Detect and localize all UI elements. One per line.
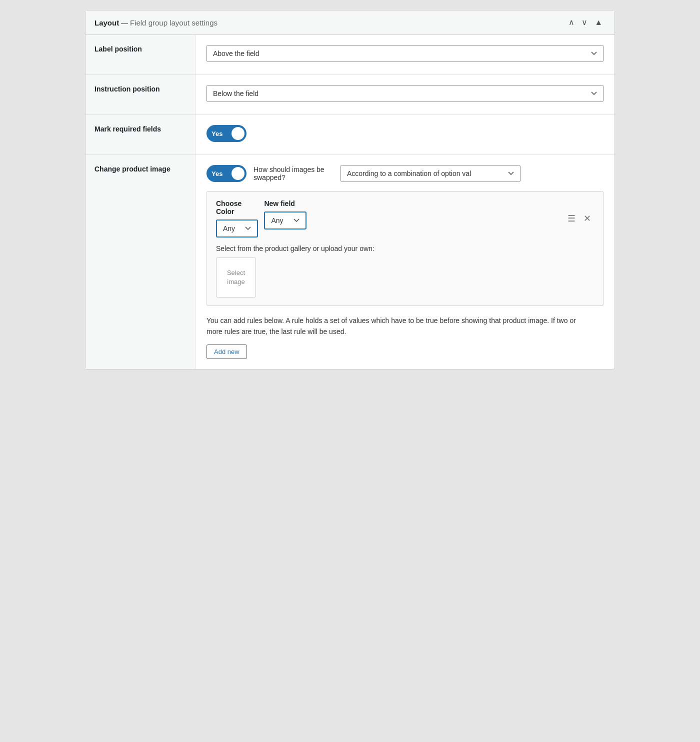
product-image-yes-label: Yes (212, 170, 222, 178)
rules-card: Choose Color Any New field Any (206, 191, 604, 306)
instruction-position-label: Instruction position (86, 75, 196, 114)
remove-rule-button[interactable]: ✕ (580, 212, 594, 225)
panel-title: Layout — Field group layout settings (94, 18, 218, 27)
header-controls: ∧ ∨ ▲ (566, 16, 606, 28)
swap-question-text: How should images be swapped? (254, 166, 334, 182)
mark-required-row: Mark required fields Yes (86, 115, 614, 155)
label-position-label: Label position (86, 35, 196, 74)
gallery-section: Select from the product gallery or uploa… (216, 244, 594, 298)
field-col-1-label: Choose Color (216, 200, 258, 216)
layout-panel: Layout — Field group layout settings ∧ ∨… (85, 10, 615, 370)
down-arrow-button[interactable]: ∨ (578, 16, 590, 28)
add-new-button[interactable]: Add new (206, 344, 247, 359)
swap-select[interactable]: According to a combination of option val… (340, 165, 520, 182)
toggle-slider: Yes (206, 125, 246, 142)
panel-title-bold: Layout (94, 18, 119, 27)
panel-title-separator: — (121, 19, 130, 27)
label-position-content: Above the field Below the field Left of … (196, 35, 614, 74)
swap-inline: Yes How should images be swapped? Accord… (206, 165, 604, 182)
panel-header: Layout — Field group layout settings ∧ ∨… (86, 10, 614, 35)
reorder-icon-button[interactable]: ☰ (564, 212, 578, 225)
product-image-toggle[interactable]: Yes (206, 165, 246, 182)
product-image-toggle-wrapper: Yes (206, 165, 246, 182)
field-col-1-select[interactable]: Any (216, 220, 258, 238)
field-col-2-select[interactable]: Any (264, 212, 306, 230)
mark-required-content: Yes (196, 115, 614, 154)
panel-title-light: Field group layout settings (130, 18, 218, 27)
rules-card-fields: Choose Color Any New field Any (216, 200, 306, 238)
mark-required-toggle-wrapper: Yes (206, 125, 246, 142)
field-col-2-label: New field (264, 200, 306, 208)
change-product-image-label: Change product image (86, 155, 196, 369)
info-text: You can add rules below. A rule holds a … (206, 315, 582, 338)
card-action-buttons: ☰ ✕ (564, 212, 594, 225)
collapse-button[interactable]: ▲ (592, 16, 606, 28)
up-arrow-button[interactable]: ∧ (566, 16, 578, 28)
label-position-row: Label position Above the field Below the… (86, 35, 614, 75)
select-image-box[interactable]: Select image (216, 258, 256, 298)
change-product-image-row: Change product image Yes How should imag… (86, 155, 614, 369)
instruction-position-content: Below the field Above the field (196, 75, 614, 114)
product-image-toggle-slider: Yes (206, 165, 246, 182)
instruction-position-select[interactable]: Below the field Above the field (206, 85, 604, 102)
change-product-image-content: Yes How should images be swapped? Accord… (196, 155, 614, 369)
toggle-yes-label: Yes (212, 130, 222, 138)
mark-required-toggle[interactable]: Yes (206, 125, 246, 142)
panel-body: Label position Above the field Below the… (86, 35, 614, 369)
gallery-label: Select from the product gallery or uploa… (216, 244, 594, 252)
label-position-select[interactable]: Above the field Below the field Left of … (206, 45, 604, 62)
field-col-1: Choose Color Any (216, 200, 258, 238)
instruction-position-row: Instruction position Below the field Abo… (86, 75, 614, 115)
field-col-2: New field Any (264, 200, 306, 238)
rules-card-header: Choose Color Any New field Any (216, 200, 594, 238)
mark-required-label: Mark required fields (86, 115, 196, 154)
